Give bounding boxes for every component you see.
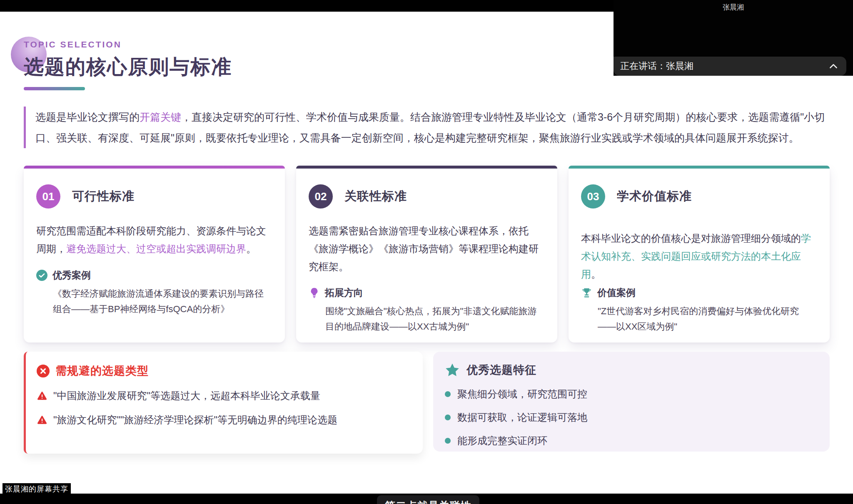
example-head: 优秀案例	[36, 269, 274, 282]
card-body-post: 。	[246, 243, 256, 254]
avoid-item-text: "中国旅游业发展研究"等选题过大，远超本科毕业论文承载量	[53, 389, 320, 402]
intro-paragraph: 选题是毕业论文撰写的开篇关键，直接决定研究的可行性、学术价值与成果质量。结合旅游…	[24, 107, 833, 148]
bullet-dot-icon	[445, 438, 451, 444]
avoid-head: 需规避的选题类型	[37, 363, 414, 378]
meeting-screen-share: TOPIC SELECTION 选题的核心原则与标准 选题是毕业论文撰写的开篇关…	[0, 0, 853, 504]
card-title: 关联性标准	[344, 188, 407, 205]
x-circle-icon	[37, 365, 50, 377]
warning-triangle-icon	[37, 390, 47, 401]
feature-item: 聚焦细分领域，研究范围可控	[445, 387, 821, 401]
card-number-badge: 01	[36, 184, 60, 209]
avoid-item: "旅游文化研究""旅游经济学理论探析"等无明确边界的纯理论选题	[37, 413, 414, 427]
card-head: 01 可行性标准	[36, 184, 273, 209]
example-head: 拓展方向	[309, 286, 546, 299]
example-label: 拓展方向	[325, 286, 363, 299]
check-circle-icon	[36, 270, 47, 281]
title-underline	[24, 87, 85, 90]
feature-item: 能形成完整实证闭环	[445, 434, 821, 447]
example-text: 《数字经济赋能旅游流通体系建设的要素识别与路径组合——基于BP神经网络与fsQC…	[53, 286, 272, 317]
good-topic-features-card: 优秀选题特征 聚焦细分领域，研究范围可控 数据可获取，论证逻辑可落地 能形成完整…	[433, 352, 830, 452]
card-body-pre: 本科毕业论文的价值核心是对旅游管理细分领域的	[581, 233, 801, 244]
card-body-highlight: 避免选题过大、过空或超出实践调研边界	[66, 243, 246, 254]
card-body: 本科毕业论文的价值核心是对旅游管理细分领域的学术认知补充、实践问题回应或研究方法…	[581, 229, 818, 283]
live-caption-text: 第二点就是关联性	[385, 495, 471, 504]
bullet-dot-icon	[445, 415, 451, 420]
star-icon	[445, 362, 460, 377]
card-number-badge: 02	[309, 184, 333, 209]
example-section: 价值案例 "Z世代游客对乡村民宿的消费偏好与体验优化研究——以XX区域为例"	[581, 286, 819, 334]
card-body: 选题需紧密贴合旅游管理专业核心课程体系，依托《旅游学概论》《旅游市场营销》等课程…	[309, 222, 546, 276]
card-feasibility: 01 可行性标准 研究范围需适配本科阶段研究能力、资源条件与论文周期，避免选题过…	[24, 166, 285, 343]
features-title: 优秀选题特征	[466, 362, 536, 377]
slide-header: TOPIC SELECTION 选题的核心原则与标准	[24, 40, 232, 90]
trophy-icon	[581, 287, 592, 298]
participant-name: 张晨湘	[614, 2, 853, 12]
card-body-pre: 选题需紧密贴合旅游管理专业核心课程体系，依托《旅游学概论》《旅游市场营销》等课程…	[309, 225, 539, 272]
page-title: 选题的核心原则与标准	[24, 54, 232, 80]
card-head: 03 学术价值标准	[581, 184, 818, 209]
avoid-title: 需规避的选题类型	[55, 363, 149, 378]
example-text: 围绕"文旅融合"核心热点，拓展为"非遗文化赋能旅游目的地品牌建设——以XX古城为…	[325, 303, 544, 334]
card-head: 02 关联性标准	[309, 184, 546, 209]
avoid-topics-card: 需规避的选题类型 "中国旅游业发展研究"等选题过大，远超本科毕业论文承载量 "旅…	[24, 352, 423, 454]
card-title: 可行性标准	[72, 188, 135, 205]
avoid-item: "中国旅游业发展研究"等选题过大，远超本科毕业论文承载量	[37, 389, 414, 402]
card-number-badge: 03	[581, 184, 605, 209]
example-section: 优秀案例 《数字经济赋能旅游流通体系建设的要素识别与路径组合——基于BP神经网络…	[36, 269, 274, 317]
feature-item: 数据可获取，论证逻辑可落地	[445, 411, 821, 424]
example-section: 拓展方向 围绕"文旅融合"核心热点，拓展为"非遗文化赋能旅游目的地品牌建设——以…	[309, 286, 546, 334]
feature-item-text: 聚焦细分领域，研究范围可控	[457, 387, 587, 401]
bullet-dot-icon	[445, 391, 451, 397]
card-academic-value: 03 学术价值标准 本科毕业论文的价值核心是对旅游管理细分领域的学术认知补充、实…	[569, 166, 830, 343]
example-label: 优秀案例	[52, 269, 91, 282]
example-label: 价值案例	[597, 286, 636, 299]
example-text: "Z世代游客对乡村民宿的消费偏好与体验优化研究——以XX区域为例"	[598, 303, 816, 334]
card-body-post: 。	[591, 268, 601, 280]
active-speaker-label: 正在讲话：张晨湘	[614, 60, 828, 72]
card-relevance: 02 关联性标准 选题需紧密贴合旅游管理专业核心课程体系，依托《旅游学概论》《旅…	[296, 166, 557, 343]
avoid-item-text: "旅游文化研究""旅游经济学理论探析"等无明确边界的纯理论选题	[53, 413, 337, 427]
example-head: 价值案例	[581, 286, 819, 299]
feature-item-text: 能形成完整实证闭环	[457, 434, 547, 447]
chevron-up-icon[interactable]	[828, 61, 839, 72]
active-speaker-bar[interactable]: 正在讲话：张晨湘	[614, 57, 846, 76]
intro-highlight: 开篇关键	[140, 111, 181, 123]
intro-text-pre: 选题是毕业论文撰写的	[35, 111, 140, 123]
participant-video-tile[interactable]: 张晨湘 正在讲话：张晨湘	[614, 0, 853, 76]
card-title: 学术价值标准	[617, 188, 692, 205]
criteria-cards-row: 01 可行性标准 研究范围需适配本科阶段研究能力、资源条件与论文周期，避免选题过…	[24, 166, 830, 343]
card-body: 研究范围需适配本科阶段研究能力、资源条件与论文周期，避免选题过大、过空或超出实践…	[36, 222, 273, 258]
feature-item-text: 数据可获取，论证逻辑可落地	[457, 411, 587, 424]
warning-triangle-icon	[37, 415, 47, 425]
slide-eyebrow: TOPIC SELECTION	[24, 40, 232, 50]
live-caption-box: 第二点就是关联性	[377, 495, 479, 504]
features-head: 优秀选题特征	[445, 362, 821, 377]
lightbulb-icon	[309, 287, 320, 298]
